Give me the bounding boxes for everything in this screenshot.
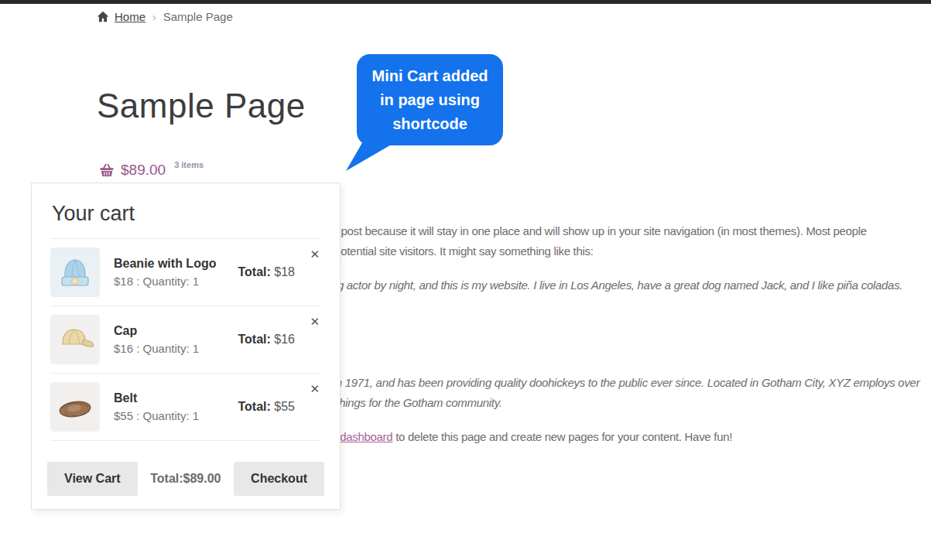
beanie-product-image[interactable]: [50, 248, 100, 297]
remove-item-icon[interactable]: ✕: [310, 383, 320, 394]
remove-item-icon[interactable]: ✕: [310, 248, 320, 260]
cart-item-total-label: Total:: [238, 400, 271, 413]
minicart-total-price: $89.00: [121, 162, 166, 179]
home-icon: [97, 11, 109, 22]
cart-item-beanie: Beanie with Logo $18 : Quantity: 1 Total…: [50, 239, 321, 306]
breadcrumb: Home › Sample Page: [97, 10, 233, 23]
top-admin-bar: [0, 0, 931, 4]
cart-panel-title: Your cart: [50, 197, 321, 239]
cart-item-total: Total: $16: [238, 333, 296, 347]
cart-item-total-value: $55: [271, 400, 295, 413]
breadcrumb-current: Sample Page: [163, 10, 233, 23]
cart-item-cap: Cap $16 : Quantity: 1 Total: $16 ✕: [50, 306, 321, 374]
view-cart-button[interactable]: View Cart: [47, 462, 138, 496]
cart-item-total-label: Total:: [238, 333, 271, 346]
speech-bubble-text: Mini Cart added in page using shortcode: [366, 64, 494, 136]
cart-item-belt: Belt $55 : Quantity: 1 Total: $55 ✕: [50, 374, 321, 441]
page-title: Sample Page: [97, 87, 306, 125]
checkout-button[interactable]: Checkout: [234, 462, 324, 496]
cart-item-meta: $55 : Quantity: 1: [114, 409, 238, 422]
cart-footer-total: Total:$89.00: [150, 472, 221, 486]
breadcrumb-home-link[interactable]: Home: [97, 10, 145, 23]
speech-bubble-annotation: Mini Cart added in page using shortcode: [357, 54, 503, 145]
dashboard-paragraph-suffix: to delete this page and create new pages…: [392, 430, 732, 443]
minicart-dropdown-panel: Your cart Beanie with Logo $18 : Quantit…: [31, 183, 341, 510]
cart-item-total-value: $18: [271, 265, 295, 278]
cart-panel-footer: View Cart Total:$89.00 Checkout: [47, 462, 324, 496]
minicart-toggle[interactable]: $89.00 3 items: [98, 159, 204, 179]
cart-item-info: Cap $16 : Quantity: 1: [114, 324, 238, 355]
cap-product-image[interactable]: [50, 315, 100, 364]
basket-icon: [98, 163, 115, 177]
cart-item-info: Belt $55 : Quantity: 1: [114, 391, 238, 422]
cart-item-total-label: Total:: [238, 265, 271, 278]
cart-item-total: Total: $55: [238, 400, 296, 414]
cart-item-total-value: $16: [271, 333, 295, 346]
minicart-item-count: 3 items: [174, 160, 204, 169]
cart-item-name[interactable]: Cap: [114, 324, 238, 338]
cart-item-meta: $16 : Quantity: 1: [114, 342, 238, 355]
belt-product-image[interactable]: [50, 382, 100, 432]
speech-bubble-tail: [346, 142, 394, 172]
cart-item-name[interactable]: Beanie with Logo: [114, 257, 238, 271]
cart-item-info: Beanie with Logo $18 : Quantity: 1: [114, 257, 238, 288]
cart-item-meta: $18 : Quantity: 1: [114, 275, 238, 288]
cart-item-name[interactable]: Belt: [114, 391, 238, 405]
cart-item-total: Total: $18: [238, 265, 296, 279]
breadcrumb-separator: ›: [152, 11, 156, 23]
breadcrumb-home-label: Home: [115, 10, 145, 23]
remove-item-icon[interactable]: ✕: [310, 316, 320, 327]
